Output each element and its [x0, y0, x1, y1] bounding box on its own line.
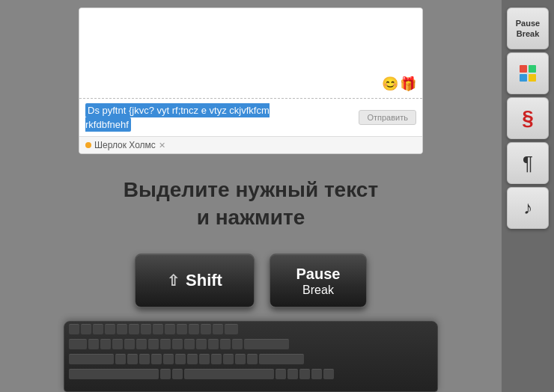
kb-key — [160, 339, 171, 349]
kb-key — [208, 339, 219, 349]
kb-key — [199, 354, 210, 364]
sidebar-section-key[interactable]: § — [507, 97, 549, 139]
kb-key — [141, 324, 151, 334]
kb-key — [299, 369, 310, 379]
kb-key — [117, 324, 127, 334]
keys-row: ⇧ Shift Pause Break — [135, 254, 367, 307]
sidebar-pause-break-key[interactable]: Pause Break — [507, 7, 549, 49]
kb-key — [112, 339, 123, 349]
recipient-icon — [85, 142, 91, 148]
emoji-gift: 🎁 — [400, 76, 416, 92]
kb-key — [311, 369, 322, 379]
music-icon: ♪ — [523, 197, 532, 218]
kb-key — [259, 354, 304, 364]
win-pane-yellow — [529, 74, 536, 82]
shift-key-label: Shift — [186, 271, 222, 290]
kb-key — [213, 324, 223, 334]
kb-key — [220, 339, 231, 349]
chat-window: 😊 🎁 Ds pyftnt {jkvc? vyt rf;tncz e vtyz … — [79, 7, 423, 154]
kb-key — [232, 339, 243, 349]
windows-icon — [520, 65, 536, 82]
kb-key — [184, 339, 195, 349]
kb-key — [81, 324, 91, 334]
emoji-area: 😊 🎁 — [382, 76, 416, 92]
sidebar-pilcrow-key[interactable]: ¶ — [507, 142, 549, 184]
section-icon: § — [522, 106, 534, 130]
pause-break-key[interactable]: Pause Break — [270, 254, 367, 307]
kb-key — [93, 324, 103, 334]
kb-key — [69, 339, 87, 349]
kb-key — [172, 369, 183, 379]
keyboard-graphic — [64, 321, 438, 392]
win-pane-green — [529, 65, 536, 73]
kb-key — [69, 324, 79, 334]
sidebar-break-label: Break — [517, 28, 540, 39]
kb-key — [151, 354, 162, 364]
kb-key — [287, 369, 298, 379]
send-button[interactable]: Отправить — [359, 110, 416, 125]
win-pane-red — [520, 65, 527, 73]
keyboard-row-3 — [64, 352, 437, 367]
kb-key — [115, 354, 126, 364]
main-content: 😊 🎁 Ds pyftnt {jkvc? vyt rf;tncz e vtyz … — [0, 0, 502, 392]
sidebar-music-key[interactable]: ♪ — [507, 187, 549, 229]
kb-key — [153, 324, 163, 334]
close-icon[interactable]: ✕ — [159, 141, 165, 150]
kb-key — [235, 354, 246, 364]
kb-key — [165, 324, 175, 334]
kb-key — [201, 324, 211, 334]
kb-key — [69, 354, 114, 364]
kb-key — [196, 339, 207, 349]
shift-arrow-icon: ⇧ — [167, 272, 180, 290]
kb-key — [247, 354, 258, 364]
kb-key — [139, 354, 150, 364]
keyboard-row-4 — [64, 367, 437, 382]
pause-label: Pause — [296, 265, 341, 283]
emoji-smile: 😊 — [382, 76, 398, 92]
chat-input-area: Ds pyftnt {jkvc? vyt rf;tncz e vtyz ckjv… — [79, 98, 422, 136]
sidebar: Pause Break § ¶ ♪ — [502, 0, 554, 392]
pilcrow-icon: ¶ — [523, 152, 533, 175]
kb-key — [105, 324, 115, 334]
kb-key — [184, 369, 274, 379]
kb-key — [136, 339, 147, 349]
kb-key — [100, 339, 111, 349]
kb-key — [129, 324, 139, 334]
kb-key — [160, 369, 171, 379]
kb-key — [175, 354, 186, 364]
break-label: Break — [296, 283, 341, 297]
kb-key — [127, 354, 138, 364]
kb-key — [225, 324, 238, 334]
chat-messages: 😊 🎁 — [79, 8, 422, 98]
kb-key — [177, 324, 187, 334]
kb-key — [124, 339, 135, 349]
recipient-name: Шерлок Холмс — [94, 140, 156, 150]
kb-key — [148, 339, 159, 349]
kb-key — [276, 369, 286, 379]
chat-recipient: Шерлок Холмс ✕ — [79, 136, 422, 153]
kb-key — [163, 354, 174, 364]
keyboard-body — [64, 321, 438, 392]
selected-text: Ds pyftnt {jkvc? vyt rf;tncz e vtyz ckjv… — [85, 103, 270, 132]
kb-key — [189, 324, 199, 334]
kb-key — [211, 354, 222, 364]
sidebar-pause-label: Pause — [516, 18, 540, 28]
keyboard-row-1 — [64, 322, 437, 337]
instruction-text: Выделите нужный текст и нажмите — [124, 177, 378, 231]
win-pane-blue — [520, 74, 527, 82]
kb-key — [172, 339, 183, 349]
kb-key — [223, 354, 234, 364]
kb-key — [187, 354, 198, 364]
kb-key — [323, 369, 334, 379]
kb-key — [88, 339, 99, 349]
kb-key-space — [69, 369, 159, 379]
kb-key — [244, 339, 289, 349]
sidebar-windows-key[interactable] — [507, 52, 549, 94]
keyboard-row-2 — [64, 337, 437, 352]
shift-key[interactable]: ⇧ Shift — [135, 254, 255, 307]
